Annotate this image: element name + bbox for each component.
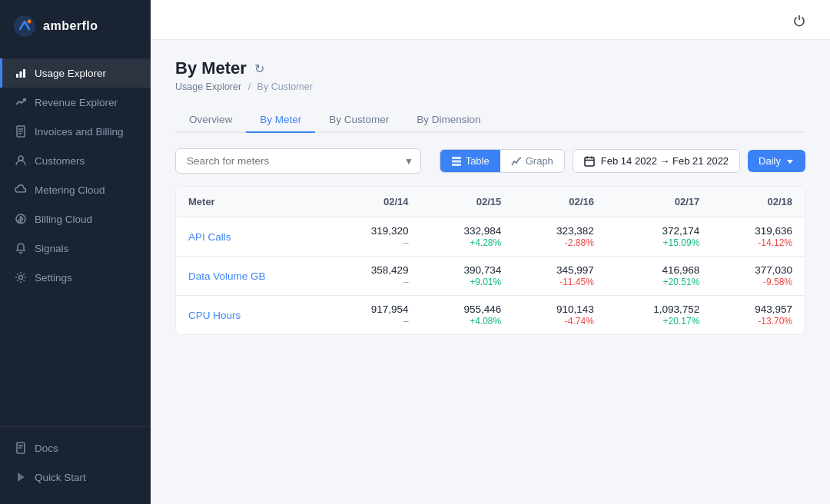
sidebar-item-label: Settings: [35, 272, 72, 284]
controls-row: ▼ Table: [175, 148, 805, 174]
sidebar-item-label: Revenue Explorer: [35, 97, 118, 108]
table-view-button[interactable]: Table: [440, 150, 500, 172]
topbar: [151, 0, 830, 40]
cell-0-1: 332,984+4.28%: [421, 217, 514, 257]
cell-main-value: 955,446: [463, 303, 501, 315]
cell-main-value: 910,143: [556, 303, 594, 315]
cell-2-3: 1,093,752+20.17%: [606, 296, 712, 335]
cell-2-2: 910,143-4.74%: [513, 296, 606, 335]
table-row: CPU Hours917,954–955,446+4.08%910,143-4.…: [176, 296, 805, 335]
cell-0-3: 372,174+15.09%: [606, 217, 712, 257]
tabs-container: Overview By Meter By Customer By Dimensi…: [175, 108, 805, 133]
cell-main-value: 358,429: [371, 264, 409, 276]
sidebar-item-quick-start[interactable]: Quick Start: [0, 463, 151, 492]
svg-rect-2: [16, 74, 18, 78]
meter-link[interactable]: API Calls: [188, 231, 231, 243]
period-label: Daily: [759, 155, 781, 167]
tab-overview[interactable]: Overview: [175, 108, 246, 133]
cell-1-3: 416,968+20.51%: [606, 257, 712, 296]
main-content: By Meter ↻ Usage Explorer / By Customer …: [151, 0, 830, 504]
play-icon: [15, 471, 27, 483]
tab-by-meter[interactable]: By Meter: [246, 108, 315, 133]
col-header-0218: 02/18: [712, 187, 805, 217]
chart-icon: [15, 67, 27, 79]
sidebar: amberflo Usage Explorer Revenue Explorer: [0, 0, 151, 504]
cell-sub-value: +20.51%: [663, 277, 700, 287]
meter-cell: API Calls: [176, 217, 328, 257]
date-range-button[interactable]: Feb 14 2022 → Feb 21 2022: [573, 149, 740, 173]
cell-main-value: 372,174: [662, 225, 700, 237]
svg-marker-16: [18, 472, 25, 482]
col-header-0216: 02/16: [513, 187, 606, 217]
cell-sub-value: +4.08%: [470, 316, 501, 327]
cell-sub-value: –: [403, 316, 409, 327]
gear-icon: [15, 271, 27, 284]
sidebar-item-label: Billing Cloud: [35, 214, 92, 225]
cell-sub-value: -13.70%: [758, 316, 792, 327]
sidebar-item-billing-cloud[interactable]: Billing Cloud: [0, 204, 151, 234]
logo[interactable]: amberflo: [0, 0, 151, 52]
sidebar-item-settings[interactable]: Settings: [0, 263, 151, 292]
svg-point-1: [28, 20, 32, 24]
refresh-icon[interactable]: ↻: [254, 61, 264, 76]
cell-0-2: 323,382-2.88%: [513, 217, 606, 257]
table-body: API Calls319,320–332,984+4.28%323,382-2.…: [176, 217, 805, 335]
cloud-icon: [15, 184, 27, 196]
cell-sub-value: -9.58%: [763, 277, 792, 287]
svg-rect-17: [452, 157, 461, 159]
meter-cell: CPU Hours: [176, 296, 328, 335]
sidebar-item-revenue-explorer[interactable]: Revenue Explorer: [0, 88, 151, 117]
tab-by-dimension[interactable]: By Dimension: [403, 108, 494, 133]
calendar-icon: [584, 156, 595, 167]
col-header-0214: 02/14: [328, 187, 421, 217]
table-row: API Calls319,320–332,984+4.28%323,382-2.…: [176, 217, 805, 257]
col-header-0217: 02/17: [606, 187, 712, 217]
cell-sub-value: +20.17%: [663, 316, 700, 327]
user-icon: [15, 154, 27, 167]
data-table: Meter 02/14 02/15 02/16 02/17 02/18 API …: [176, 187, 805, 334]
svg-rect-19: [452, 164, 461, 166]
search-input[interactable]: [175, 148, 421, 174]
bell-icon: [15, 242, 27, 254]
svg-marker-24: [787, 160, 793, 164]
cell-main-value: 332,984: [463, 225, 501, 237]
doc-icon: [15, 442, 27, 454]
cell-sub-value: -2.88%: [565, 237, 594, 248]
meter-link[interactable]: Data Volume GB: [188, 270, 266, 282]
breadcrumb-parent[interactable]: Usage Explorer: [175, 81, 241, 92]
cell-2-1: 955,446+4.08%: [421, 296, 514, 335]
meter-cell: Data Volume GB: [176, 257, 328, 296]
search-container: ▼: [175, 148, 421, 174]
meter-link[interactable]: CPU Hours: [188, 310, 241, 321]
sidebar-item-invoices-billing[interactable]: Invoices and Billing: [0, 117, 151, 146]
svg-point-9: [18, 156, 23, 161]
cell-1-4: 377,030-9.58%: [712, 257, 805, 296]
power-button[interactable]: [787, 8, 812, 32]
sidebar-item-label: Customers: [35, 155, 85, 167]
svg-point-0: [14, 15, 35, 37]
cell-0-4: 319,636-14.12%: [712, 217, 805, 257]
sidebar-bottom: Docs Quick Start: [0, 426, 151, 504]
sidebar-item-usage-explorer[interactable]: Usage Explorer: [0, 58, 151, 88]
page-title: By Meter: [175, 58, 247, 78]
sidebar-item-signals[interactable]: Signals: [0, 234, 151, 263]
table-row: Data Volume GB358,429–390,734+9.01%345,9…: [176, 257, 805, 296]
graph-view-button[interactable]: Graph: [500, 150, 564, 172]
cell-main-value: 377,030: [755, 264, 792, 276]
period-button[interactable]: Daily: [748, 150, 805, 172]
cell-1-0: 358,429–: [328, 257, 421, 296]
breadcrumb: Usage Explorer / By Customer: [175, 81, 805, 92]
cell-2-0: 917,954–: [328, 296, 421, 335]
sidebar-item-docs[interactable]: Docs: [0, 433, 151, 463]
logo-text: amberflo: [43, 19, 98, 33]
sidebar-item-customers[interactable]: Customers: [0, 146, 151, 175]
table-header-row: Meter 02/14 02/15 02/16 02/17 02/18: [176, 187, 805, 217]
file-icon: [15, 125, 27, 138]
table-icon: [451, 156, 462, 167]
cell-2-4: 943,957-13.70%: [712, 296, 805, 335]
tab-by-customer[interactable]: By Customer: [315, 108, 403, 133]
cell-main-value: 943,957: [755, 303, 792, 315]
cell-sub-value: –: [403, 237, 409, 248]
controls-right: Table Graph: [440, 149, 805, 173]
sidebar-item-metering-cloud[interactable]: Metering Cloud: [0, 175, 151, 204]
